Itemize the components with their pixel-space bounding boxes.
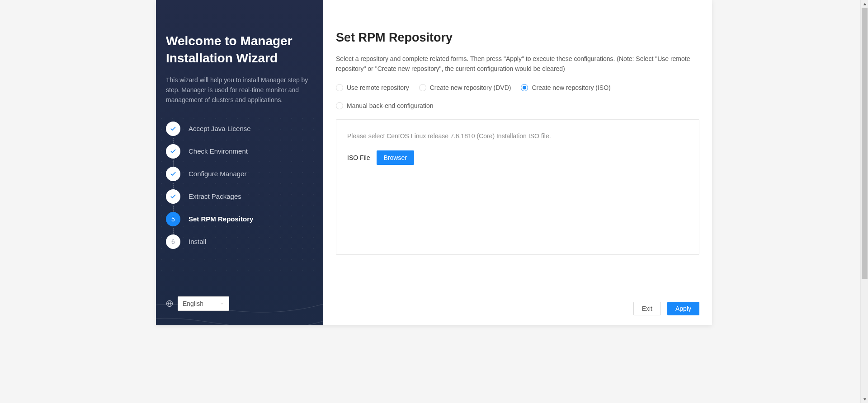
radio-label: Use remote repository (347, 84, 409, 91)
radio-icon (336, 84, 343, 91)
browse-button[interactable]: Browser (377, 150, 414, 165)
wizard-container: Welcome to Manager Installation Wizard T… (156, 0, 712, 325)
step-label: Install (189, 238, 206, 245)
radio-label: Create new repository (ISO) (532, 84, 610, 91)
radio-use-remote-repository[interactable]: Use remote repository (336, 84, 409, 91)
iso-form-box: Please select CentOS Linux release 7.6.1… (336, 119, 699, 255)
radio-create-new-repository-iso[interactable]: Create new repository (ISO) (521, 84, 610, 91)
scrollbar-thumb[interactable] (862, 8, 868, 279)
check-icon (166, 189, 180, 204)
language-area: English (166, 296, 229, 311)
step-check-environment: Check Environment (166, 144, 311, 159)
form-hint: Please select CentOS Linux release 7.6.1… (347, 132, 688, 140)
wizard-steps: Accept Java License Check Environment Co… (166, 122, 311, 249)
radio-create-new-repository-dvd[interactable]: Create new repository (DVD) (419, 84, 511, 91)
step-label: Extract Packages (189, 192, 241, 200)
radio-manual-back-end-configuration[interactable]: Manual back-end configuration (336, 102, 699, 109)
sidebar: Welcome to Manager Installation Wizard T… (156, 0, 323, 325)
sidebar-description: This wizard will help you to install Man… (166, 75, 311, 105)
footer-buttons: Exit Apply (633, 302, 699, 315)
check-icon (166, 167, 180, 181)
check-icon (166, 122, 180, 136)
apply-button[interactable]: Apply (667, 302, 699, 315)
step-configure-manager: Configure Manager (166, 167, 311, 181)
sidebar-title: Welcome to Manager Installation Wizard (166, 33, 311, 67)
step-label: Check Environment (189, 147, 248, 155)
globe-icon (166, 300, 173, 307)
repository-type-radio-group: Use remote repository Create new reposit… (336, 84, 699, 109)
step-label: Set RPM Repository (189, 215, 253, 223)
page-description: Select a repository and complete related… (336, 54, 699, 74)
step-label: Accept Java License (189, 125, 251, 132)
radio-label: Manual back-end configuration (347, 102, 433, 109)
step-number: 6 (166, 234, 180, 249)
exit-button[interactable]: Exit (633, 302, 661, 315)
vertical-scrollbar[interactable] (860, 0, 868, 403)
step-set-rpm-repository: 5 Set RPM Repository (166, 212, 311, 226)
step-label: Configure Manager (189, 170, 246, 178)
scrollbar-down-arrow-icon[interactable] (861, 395, 868, 403)
radio-icon (336, 102, 343, 109)
check-icon (166, 144, 180, 159)
main-panel: Set RPM Repository Select a repository a… (323, 0, 712, 325)
language-selected: English (183, 300, 203, 307)
radio-icon (521, 84, 528, 91)
step-number: 5 (166, 212, 180, 226)
language-select[interactable]: English (178, 296, 229, 311)
page-title: Set RPM Repository (336, 31, 699, 45)
radio-label: Create new repository (DVD) (430, 84, 511, 91)
svg-marker-2 (863, 3, 866, 5)
chevron-down-icon (220, 301, 224, 306)
svg-marker-3 (863, 398, 866, 400)
step-accept-java-license: Accept Java License (166, 122, 311, 136)
iso-file-row: ISO File Browser (347, 150, 688, 165)
scrollbar-up-arrow-icon[interactable] (861, 0, 868, 8)
radio-icon (419, 84, 426, 91)
step-extract-packages: Extract Packages (166, 189, 311, 204)
iso-file-label: ISO File (347, 154, 370, 161)
step-install: 6 Install (166, 234, 311, 249)
